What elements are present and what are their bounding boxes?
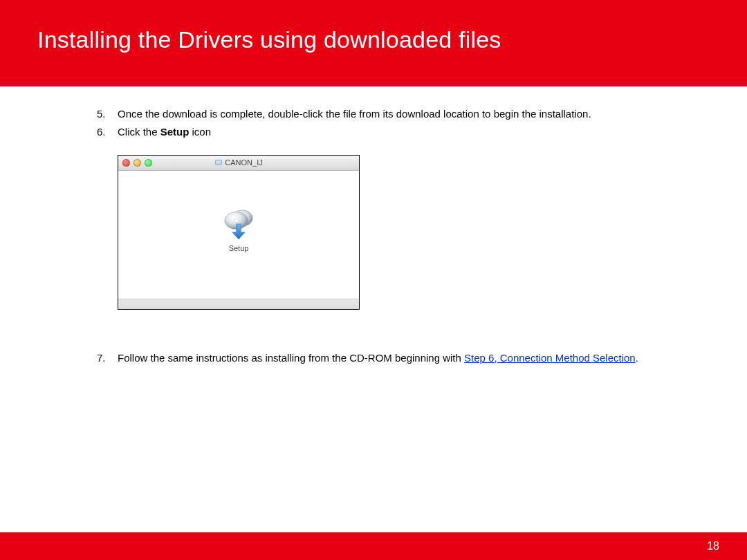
step-5: 5. Once the download is complete, double… <box>97 107 706 121</box>
footer-bar: 18 <box>0 532 747 560</box>
step-text-before: Click the <box>118 126 160 138</box>
page-number: 18 <box>707 540 719 552</box>
scrollbar[interactable] <box>118 299 359 309</box>
step-text-after: . <box>636 352 638 364</box>
window-title-wrap: CANON_IJ <box>118 158 359 168</box>
window-body: Setup <box>118 171 359 299</box>
screenshot-container: CANON_IJ <box>97 155 706 310</box>
page-title: Installing the Drivers using downloaded … <box>37 26 747 53</box>
setup-icon[interactable]: Setup <box>220 207 257 254</box>
cd-install-icon <box>220 207 257 241</box>
svg-rect-0 <box>216 160 222 165</box>
step-7: 7. Follow the same instructions as insta… <box>97 351 706 365</box>
step-text: Once the download is complete, double-cl… <box>118 108 591 120</box>
step-bold: Setup <box>160 126 190 138</box>
window-title: CANON_IJ <box>225 158 262 168</box>
connection-method-link[interactable]: Step 6, Connection Method Selection <box>464 352 636 364</box>
step-number: 5. <box>97 107 106 121</box>
step-number: 6. <box>97 125 106 139</box>
step-6: 6. Click the Setup icon <box>97 125 706 139</box>
header-bar: Installing the Drivers using downloaded … <box>0 0 747 86</box>
step-text-after: icon <box>189 126 211 138</box>
setup-label: Setup <box>229 243 249 254</box>
content-area: 5. Once the download is complete, double… <box>0 86 747 365</box>
disk-icon <box>214 158 223 167</box>
step-text-before: Follow the same instructions as installi… <box>118 352 464 364</box>
mac-titlebar: CANON_IJ <box>118 156 359 171</box>
step-number: 7. <box>97 351 106 365</box>
mac-window: CANON_IJ <box>118 155 360 310</box>
svg-rect-1 <box>216 161 221 162</box>
instruction-list: 5. Once the download is complete, double… <box>97 107 706 365</box>
svg-point-4 <box>234 218 239 222</box>
